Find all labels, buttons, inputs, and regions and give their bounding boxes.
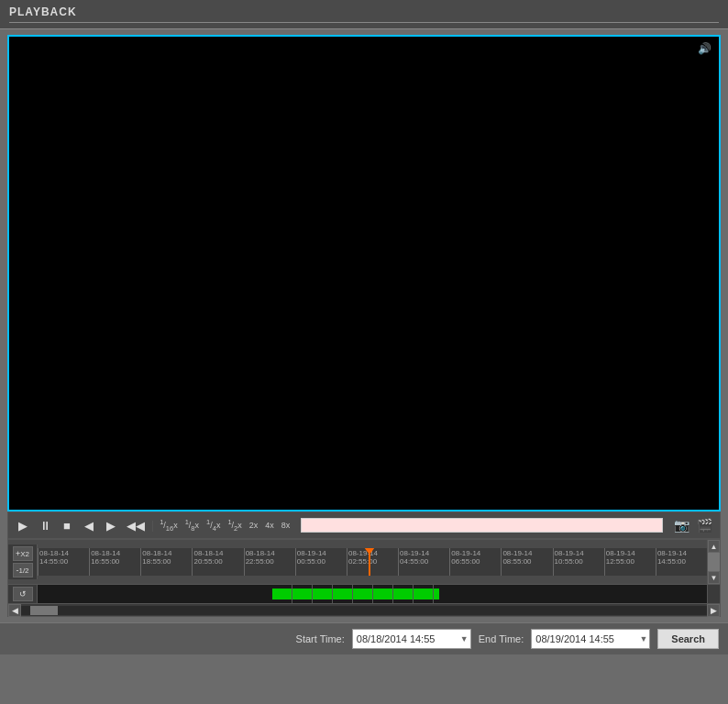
prev-frame-button[interactable]: ◀: [80, 517, 98, 534]
start-time-label: Start Time:: [296, 633, 345, 644]
start-time-wrapper: 08/18/2014 14:55 ▼: [352, 629, 471, 649]
tick-0: 08-18-1414:55:00: [38, 548, 89, 576]
scroll-right-button[interactable]: ▶: [707, 604, 720, 617]
tick-7: 08-19-1404:55:00: [398, 548, 449, 576]
track-left-controls: ↺: [8, 585, 38, 603]
timeline-tracks: ↺: [8, 585, 720, 603]
main-container: 🔊 ▶ ⏸ ■ ◀ ▶ ◀◀ | 1/16x 1/8x 1/4x 1/2x 2x…: [0, 29, 728, 622]
tick-8: 08-19-1406:55:00: [449, 548, 501, 576]
speed-2x-button[interactable]: 2x: [248, 520, 260, 532]
scrollbar-track[interactable]: [21, 606, 707, 615]
record-button[interactable]: 🎬: [695, 516, 714, 534]
vscroll-right-filler: [707, 585, 720, 603]
timeline-header: +X2 -1/2 08-18-1414:55:00 08-18-1416:55:…: [8, 540, 720, 585]
search-button[interactable]: Search: [657, 629, 719, 649]
timeline-container: +X2 -1/2 08-18-1414:55:00 08-18-1416:55:…: [7, 539, 721, 617]
volume-icon: 🔊: [698, 42, 711, 55]
track-bar-1: [272, 588, 440, 600]
bottom-bar: Start Time: 08/18/2014 14:55 ▼ End Time:…: [0, 622, 728, 654]
playhead-arrow: [364, 548, 375, 555]
camera-button[interactable]: 📷: [672, 516, 691, 534]
vertical-scrollbar[interactable]: ▲ ▼: [707, 540, 720, 584]
tick-10: 08-19-1410:55:00: [553, 548, 604, 576]
next-frame-button[interactable]: ▶: [102, 517, 120, 534]
track-marker-7: [413, 585, 414, 603]
playhead[interactable]: [369, 548, 370, 576]
tick-2: 08-18-1418:55:00: [140, 548, 192, 576]
play-button[interactable]: ▶: [14, 517, 32, 534]
tick-11: 08-19-1412:55:00: [604, 548, 656, 576]
tick-1: 08-18-1416:55:00: [89, 548, 140, 576]
progress-bar[interactable]: [301, 518, 663, 533]
end-time-label: End Time:: [479, 633, 524, 644]
speed-1-2x-button[interactable]: 1/2x: [226, 517, 243, 534]
track-marker-1: [292, 585, 292, 603]
refresh-button[interactable]: ↺: [13, 587, 33, 601]
pause-button[interactable]: ⏸: [36, 517, 54, 534]
end-time-select[interactable]: 08/19/2014 14:55: [531, 629, 650, 649]
speed-1-16x-button[interactable]: 1/16x: [158, 517, 180, 534]
speed-1-8x-button[interactable]: 1/8x: [183, 517, 201, 534]
tick-4: 08-18-1422:55:00: [244, 548, 295, 576]
speed-4x-button[interactable]: 4x: [263, 520, 276, 532]
start-time-select[interactable]: 08/18/2014 14:55: [352, 629, 471, 649]
zoom-in-button[interactable]: +X2: [13, 546, 33, 561]
rewind-button[interactable]: ◀◀: [124, 517, 148, 534]
tick-3: 08-18-1420:55:00: [192, 548, 243, 576]
scroll-left-button[interactable]: ◀: [8, 604, 21, 617]
page-title: PLAYBACK: [9, 6, 77, 18]
vscroll-track: [708, 553, 720, 571]
track-marker-3: [332, 585, 333, 603]
track-marker-2: [312, 585, 313, 603]
vscroll-thumb: [708, 553, 720, 571]
track-marker-4: [352, 585, 353, 603]
video-player: 🔊: [7, 35, 721, 512]
scrollbar-thumb: [30, 606, 58, 615]
timeline-ruler[interactable]: 08-18-1414:55:00 08-18-1416:55:00 08-18-…: [38, 548, 707, 576]
track-content[interactable]: [38, 585, 707, 603]
zoom-out-button[interactable]: -1/2: [13, 563, 33, 578]
end-time-wrapper: 08/19/2014 14:55 ▼: [531, 629, 650, 649]
speed-8x-button[interactable]: 8x: [280, 520, 292, 532]
divider: |: [151, 519, 154, 532]
tick-12: 08-19-1414:55:00: [656, 548, 707, 576]
speed-1-4x-button[interactable]: 1/4x: [204, 517, 222, 534]
track-marker-6: [392, 585, 393, 603]
controls-bar: ▶ ⏸ ■ ◀ ▶ ◀◀ | 1/16x 1/8x 1/4x 1/2x 2x 4…: [7, 512, 721, 539]
tick-5: 08-19-1400:55:00: [295, 548, 347, 576]
tick-9: 08-19-1408:55:00: [501, 548, 552, 576]
track-marker-8: [433, 585, 434, 603]
horizontal-scrollbar[interactable]: ◀ ▶: [8, 603, 720, 616]
track-marker-5: [372, 585, 373, 603]
stop-button[interactable]: ■: [58, 517, 76, 534]
timeline-zoom-controls: +X2 -1/2: [8, 544, 38, 579]
vscroll-up-button[interactable]: ▲: [708, 540, 720, 553]
vscroll-down-button[interactable]: ▼: [708, 571, 720, 584]
header: PLAYBACK: [0, 0, 728, 29]
